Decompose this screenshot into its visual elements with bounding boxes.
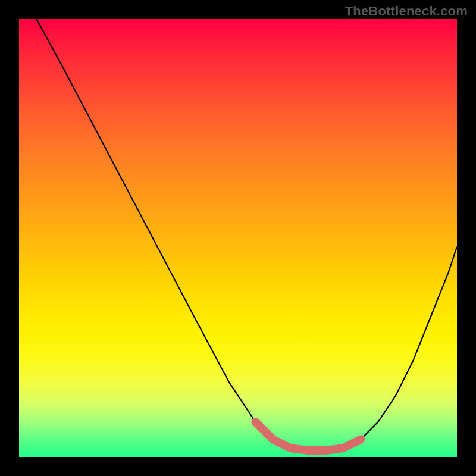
main-curve <box>36 19 457 450</box>
plot-area <box>19 19 457 457</box>
trough-highlight <box>255 422 361 450</box>
watermark-text: TheBottleneck.com <box>345 4 468 19</box>
chart-frame: TheBottleneck.com <box>0 0 476 476</box>
curve-svg <box>19 19 457 457</box>
